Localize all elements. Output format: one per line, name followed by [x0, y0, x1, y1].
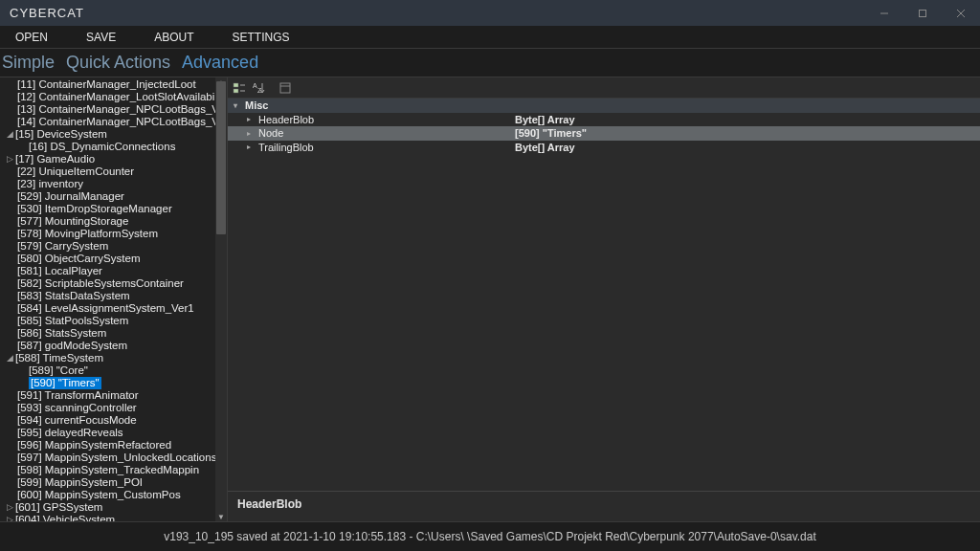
tree-item[interactable]: [14] ContainerManager_NPCLootBags_Ver3_L… — [0, 116, 215, 128]
tree-item[interactable]: [595] delayedReveals — [0, 427, 215, 439]
tree-item-label: [585] StatPoolsSystem — [17, 315, 128, 327]
property-body — [228, 154, 980, 491]
chevron-right-icon[interactable]: ▸ — [247, 143, 255, 151]
tree-item-label: [595] delayedReveals — [17, 427, 123, 439]
tree-item[interactable]: ◢[588] TimeSystem — [0, 352, 215, 364]
tree-item[interactable]: [585] StatPoolsSystem — [0, 315, 215, 327]
tree-item-label: [578] MovingPlatformSystem — [17, 228, 158, 240]
tree-item[interactable]: [590] "Timers" — [0, 377, 215, 389]
maximize-button[interactable] — [903, 0, 942, 26]
tree-item[interactable]: [577] MountingStorage — [0, 215, 215, 228]
alphabetical-icon[interactable]: AZ — [251, 80, 266, 96]
tree-item[interactable]: [583] StatsDataSystem — [0, 290, 215, 302]
tab-advanced[interactable]: Advanced — [182, 53, 258, 73]
tree-item-label: [589] "Core" — [29, 364, 88, 377]
tree-item[interactable]: [584] LevelAssignmentSystem_Ver1 — [0, 302, 215, 315]
tree-item[interactable]: [581] LocalPlayer — [0, 265, 215, 277]
property-pages-icon[interactable] — [278, 80, 293, 96]
categorized-icon[interactable] — [232, 80, 247, 96]
tree-item[interactable]: [586] StatsSystem — [0, 327, 215, 340]
chevron-down-icon[interactable]: ◢ — [6, 352, 15, 364]
tree[interactable]: [11] ContainerManager_InjectedLoot[12] C… — [0, 77, 215, 521]
prop-category[interactable]: ▾Misc — [228, 99, 980, 113]
tree-item-label: [604] VehicleSystem — [15, 514, 115, 521]
tree-item[interactable]: [530] ItemDropStorageManager — [0, 203, 215, 215]
chevron-right-icon[interactable]: ▸ — [247, 115, 255, 123]
prop-row[interactable]: ▸HeaderBlobByte[] Array — [228, 113, 980, 127]
tree-item[interactable]: [589] "Core" — [0, 364, 215, 377]
menu-about[interactable]: ABOUT — [154, 31, 193, 44]
tree-item-label: [14] ContainerManager_NPCLootBags_Ver3_L… — [17, 116, 215, 128]
tree-item-label: [577] MountingStorage — [17, 215, 128, 228]
tree-item-label: [596] MappinSystemRefactored — [17, 439, 171, 452]
svg-rect-1 — [920, 10, 926, 16]
tree-item[interactable]: [580] ObjectCarrySystem — [0, 253, 215, 265]
tree-item[interactable]: [579] CarrySystem — [0, 240, 215, 253]
svg-rect-11 — [280, 83, 290, 93]
titlebar: CYBERCAT — [0, 0, 980, 26]
tree-item[interactable]: ◢[15] DeviceSystem — [0, 128, 215, 141]
chevron-right-icon[interactable]: ▸ — [247, 129, 255, 138]
tree-item[interactable]: ▷[604] VehicleSystem — [0, 514, 215, 521]
tree-item[interactable]: [593] scanningController — [0, 402, 215, 414]
chevron-right-icon[interactable]: ▷ — [6, 514, 15, 521]
tree-item[interactable]: [587] godModeSystem — [0, 340, 215, 352]
tree-item-label: [594] currentFocusMode — [17, 414, 137, 427]
tree-item-label: [583] StatsDataSystem — [17, 290, 130, 302]
property-grid[interactable]: ▾Misc▸HeaderBlobByte[] Array▸Node[590] "… — [228, 99, 980, 154]
tree-item[interactable]: [529] JournalManager — [0, 190, 215, 203]
tree-scrollbar[interactable]: ▲ ▼ — [215, 77, 227, 521]
close-button[interactable] — [942, 0, 980, 26]
tree-item-label: [22] UniqueItemCounter — [17, 165, 134, 178]
prop-row[interactable]: ▸TrailingBlobByte[] Array — [228, 141, 980, 155]
tab-quick-actions[interactable]: Quick Actions — [66, 53, 170, 73]
tree-item[interactable]: [597] MappinSystem_UnlockedLocations — [0, 452, 215, 464]
svg-rect-5 — [234, 89, 238, 93]
tree-item[interactable]: [12] ContainerManager_LootSlotAvailabili… — [0, 91, 215, 103]
tree-item-label: [588] TimeSystem — [15, 352, 103, 364]
tree-item-label: [12] ContainerManager_LootSlotAvailabili… — [17, 91, 215, 103]
svg-rect-4 — [234, 83, 238, 87]
tab-simple[interactable]: Simple — [2, 53, 55, 73]
tree-item[interactable]: [594] currentFocusMode — [0, 414, 215, 427]
scroll-down-icon[interactable]: ▼ — [215, 512, 227, 521]
tree-item[interactable]: [23] inventory — [0, 178, 215, 190]
chevron-down-icon[interactable]: ▾ — [234, 101, 241, 110]
prop-name: Node — [258, 127, 283, 139]
tree-item-label: [23] inventory — [17, 178, 83, 190]
tree-item-label: [584] LevelAssignmentSystem_Ver1 — [17, 302, 194, 315]
tree-item[interactable]: [16] DS_DynamicConnections — [0, 141, 215, 153]
tree-item[interactable]: [13] ContainerManager_NPCLootBags_Ver2 — [0, 103, 215, 116]
menu-settings[interactable]: SETTINGS — [232, 31, 289, 44]
menu-save[interactable]: SAVE — [86, 31, 116, 44]
minimize-button[interactable] — [865, 0, 903, 26]
prop-value: Byte[] Array — [515, 114, 980, 125]
tree-item-label: [587] godModeSystem — [17, 340, 127, 352]
chevron-right-icon[interactable]: ▷ — [6, 153, 15, 165]
prop-row[interactable]: ▸Node[590] "Timers" — [228, 126, 980, 141]
tree-item[interactable]: [591] TransformAnimator — [0, 389, 215, 402]
tree-item[interactable]: [582] ScriptableSystemsContainer — [0, 277, 215, 290]
tree-item[interactable]: [11] ContainerManager_InjectedLoot — [0, 78, 215, 91]
tree-item[interactable]: [598] MappinSystem_TrackedMappin — [0, 464, 215, 476]
tree-item-label: [581] LocalPlayer — [17, 265, 102, 277]
tree-item[interactable]: ▷[17] GameAudio — [0, 153, 215, 165]
tree-item[interactable]: [596] MappinSystemRefactored — [0, 439, 215, 452]
menubar: OPEN SAVE ABOUT SETTINGS — [0, 26, 980, 49]
tree-item-label: [598] MappinSystem_TrackedMappin — [17, 464, 199, 476]
tree-item-label: [530] ItemDropStorageManager — [17, 203, 172, 215]
tree-item[interactable]: [578] MovingPlatformSystem — [0, 228, 215, 240]
tree-item-label: [590] "Timers" — [29, 377, 101, 389]
prop-name: HeaderBlob — [258, 114, 314, 125]
chevron-down-icon[interactable]: ◢ — [6, 128, 15, 141]
property-panel: AZ ▾Misc▸HeaderBlobByte[] Array▸Node[590… — [228, 77, 980, 521]
property-toolbar: AZ — [228, 77, 980, 99]
chevron-right-icon[interactable]: ▷ — [6, 501, 15, 514]
menu-open[interactable]: OPEN — [15, 31, 48, 44]
tree-item[interactable]: ▷[601] GPSSystem — [0, 501, 215, 514]
tree-item[interactable]: [599] MappinSystem_POI — [0, 476, 215, 489]
tree-item[interactable]: [600] MappinSystem_CustomPos — [0, 489, 215, 501]
tree-item-label: [601] GPSSystem — [15, 501, 102, 514]
scroll-thumb[interactable] — [216, 81, 226, 234]
tree-item[interactable]: [22] UniqueItemCounter — [0, 165, 215, 178]
